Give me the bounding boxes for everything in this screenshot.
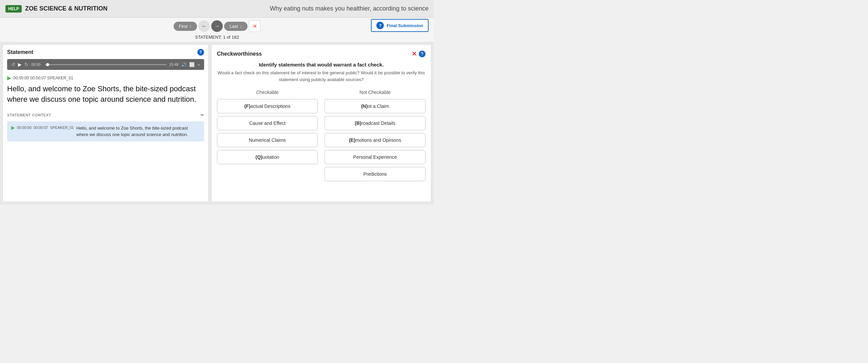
speaker-play-button[interactable]: ▶ bbox=[7, 75, 11, 81]
statement-panel: Statement ? ↺ ▶ ↻ 00:00 15:48 🔊 ⬜ » ▶ 00… bbox=[3, 44, 209, 202]
screen-icon[interactable]: ⬜ bbox=[189, 62, 195, 67]
play-button[interactable]: ▶ bbox=[18, 62, 22, 67]
context-header: STATEMENT CONTEXT − bbox=[7, 112, 204, 119]
statement-counter: STATEMENT: 1 of 182 bbox=[0, 33, 434, 42]
check-help-button[interactable]: ? bbox=[419, 51, 426, 57]
context-header-label: STATEMENT CONTEXT bbox=[7, 113, 51, 117]
check-panel-title: Checkworthiness bbox=[217, 51, 262, 57]
help-button[interactable]: HELP bbox=[5, 5, 22, 13]
arrow-right-icon bbox=[214, 23, 220, 29]
help-circle-icon: ? bbox=[376, 22, 384, 29]
factual-label: actual Descriptions bbox=[250, 103, 290, 109]
personal-exp-label: Personal Experience bbox=[353, 154, 397, 160]
option-not-a-claim[interactable]: (N)ot a Claim bbox=[324, 99, 426, 113]
context-play-button[interactable]: ▶ bbox=[11, 125, 15, 130]
final-submission-button[interactable]: ? Final Submission bbox=[371, 19, 429, 32]
article-title: Why eating nuts makes you healthier, acc… bbox=[270, 5, 429, 12]
context-row: ▶ 00:00:00 00:00:07 SPEAKER_01 Hello, an… bbox=[7, 121, 204, 141]
checkable-column: Checkable (F)actual Descriptions Cause a… bbox=[217, 90, 318, 184]
arrow-down-icon bbox=[240, 24, 242, 29]
arrow-up-icon bbox=[190, 24, 192, 29]
option-quotation[interactable]: (Q)uotation bbox=[217, 150, 318, 164]
context-meta-row: ▶ 00:00:00 00:00:07 SPEAKER_01 bbox=[11, 125, 72, 130]
statement-help-button[interactable]: ? bbox=[197, 49, 204, 56]
context-start: 00:00:00 bbox=[17, 126, 32, 130]
not-claim-label: ot a Claim bbox=[368, 103, 389, 109]
cause-effect-label: Cause and Effect bbox=[249, 120, 285, 126]
last-button[interactable]: Last bbox=[224, 22, 248, 31]
check-columns: Checkable (F)actual Descriptions Cause a… bbox=[217, 90, 426, 184]
audio-player: ↺ ▶ ↻ 00:00 15:48 🔊 ⬜ » bbox=[7, 59, 204, 70]
check-panel-header: Checkworthiness ✕ ? bbox=[217, 50, 426, 58]
statement-panel-header: Statement ? bbox=[7, 49, 204, 56]
audio-duration: 15:48 bbox=[169, 62, 179, 66]
quotation-label: uotation bbox=[262, 154, 279, 160]
option-numerical-claims[interactable]: Numerical Claims bbox=[217, 133, 318, 147]
statement-text: Hello, and welcome to Zoe Shorts, the bi… bbox=[7, 84, 204, 105]
next-button[interactable] bbox=[211, 20, 223, 32]
speaker-info: ▶ 00:00:00 00:00:07 SPEAKER_01 bbox=[7, 75, 204, 81]
check-instruction-title: Identify statements that would warrant a… bbox=[217, 62, 426, 68]
speaker-timestamps: 00:00:00 00:00:07 SPEAKER_01 bbox=[13, 76, 73, 80]
first-button[interactable]: First bbox=[174, 22, 197, 31]
rewind-icon[interactable]: ↺ bbox=[11, 62, 15, 67]
option-broadcast-details[interactable]: (B)roadcast Details bbox=[324, 116, 426, 130]
option-factual-descriptions[interactable]: (F)actual Descriptions bbox=[217, 99, 318, 113]
forward-icon[interactable]: ↻ bbox=[24, 62, 28, 67]
numerical-claims-label: Numerical Claims bbox=[249, 137, 286, 143]
key-f: (F) bbox=[244, 103, 250, 109]
context-end: 00:00:07 bbox=[34, 126, 48, 130]
option-cause-effect[interactable]: Cause and Effect bbox=[217, 116, 318, 130]
audio-progress-bar[interactable] bbox=[45, 64, 166, 65]
first-label: First bbox=[179, 24, 188, 29]
close-button[interactable]: ✕ bbox=[249, 20, 260, 32]
statement-panel-title: Statement bbox=[7, 49, 33, 55]
option-emotions-opinions[interactable]: (E)motions and Opinions bbox=[324, 133, 426, 147]
check-header-icons: ✕ ? bbox=[412, 50, 426, 58]
key-b: (B) bbox=[355, 120, 361, 126]
arrow-left-icon bbox=[201, 23, 207, 29]
final-submission-label: Final Submission bbox=[387, 23, 423, 28]
key-n: (N) bbox=[361, 103, 368, 109]
prev-button[interactable] bbox=[198, 20, 210, 32]
check-instruction: Identify statements that would warrant a… bbox=[217, 62, 426, 83]
context-collapse-button[interactable]: − bbox=[200, 112, 204, 119]
check-close-button[interactable]: ✕ bbox=[412, 50, 417, 58]
app-header: HELP ZOE SCIENCE & NUTRITION Why eating … bbox=[0, 0, 434, 18]
skip-icon[interactable]: » bbox=[197, 62, 200, 67]
context-speaker: SPEAKER_01 bbox=[50, 126, 74, 130]
navigation-bar: First Last ✕ ? Final Submission bbox=[0, 18, 434, 33]
not-checkable-column-title: Not Checkable bbox=[324, 90, 426, 95]
context-meta: ▶ 00:00:00 00:00:07 SPEAKER_01 bbox=[11, 125, 72, 138]
option-personal-experience[interactable]: Personal Experience bbox=[324, 150, 426, 164]
app-title: ZOE SCIENCE & NUTRITION bbox=[25, 5, 107, 12]
not-checkable-column: Not Checkable (N)ot a Claim (B)roadcast … bbox=[324, 90, 426, 184]
emotions-label: motions and Opinions bbox=[355, 137, 401, 143]
predictions-label: Predictions bbox=[363, 171, 387, 177]
key-e: (E) bbox=[349, 137, 355, 143]
volume-icon[interactable]: 🔊 bbox=[181, 62, 186, 67]
broadcast-label: roadcast Details bbox=[361, 120, 395, 126]
check-instruction-sub: Would a fact check on this statement be … bbox=[217, 70, 426, 83]
progress-thumb bbox=[46, 63, 49, 66]
last-label: Last bbox=[230, 24, 238, 29]
checkable-column-title: Checkable bbox=[217, 90, 318, 95]
main-content: Statement ? ↺ ▶ ↻ 00:00 15:48 🔊 ⬜ » ▶ 00… bbox=[0, 42, 434, 205]
current-time: 00:00 bbox=[31, 62, 42, 66]
check-panel: Checkworthiness ✕ ? Identify statements … bbox=[211, 44, 431, 202]
option-predictions[interactable]: Predictions bbox=[324, 167, 426, 181]
key-q: (Q) bbox=[256, 154, 262, 160]
context-text: Hello, and welcome to Zoe Shorts, the bi… bbox=[76, 125, 200, 138]
